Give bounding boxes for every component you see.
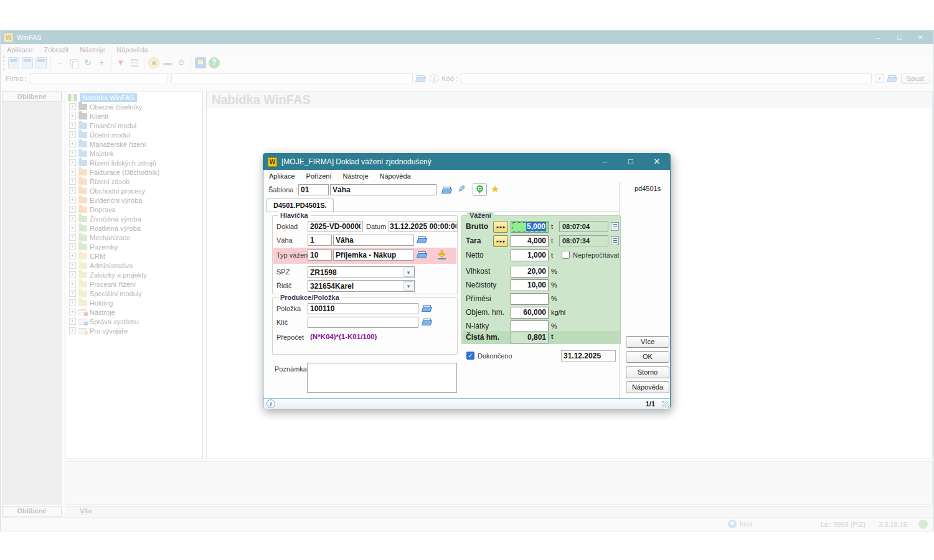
tab-vse[interactable]: Vše bbox=[80, 507, 92, 515]
expand-icon[interactable]: + bbox=[69, 150, 76, 157]
tree-item[interactable]: +Finanční modul bbox=[65, 121, 202, 130]
ok-button[interactable]: OK bbox=[626, 351, 669, 363]
refresh-icon[interactable]: ↻ bbox=[82, 57, 93, 68]
close-icon[interactable]: ✕ bbox=[910, 30, 931, 44]
spz-combobox[interactable]: ZR1598 ▾ bbox=[308, 266, 415, 278]
expand-icon[interactable]: + bbox=[69, 271, 76, 278]
expand-icon[interactable]: + bbox=[69, 225, 76, 231]
import-download-icon[interactable] bbox=[436, 249, 447, 263]
tree-item[interactable]: +Rostlinná výroba bbox=[65, 223, 202, 233]
storno-button[interactable]: Storno bbox=[626, 366, 669, 378]
minus-icon[interactable]: ▬ bbox=[162, 57, 173, 68]
tree-item[interactable]: +Administrativa bbox=[65, 261, 202, 270]
polozka-input[interactable] bbox=[308, 303, 418, 314]
typ-vazeni-name-input[interactable] bbox=[333, 250, 414, 261]
report-icon[interactable] bbox=[611, 236, 619, 245]
expand-icon[interactable]: + bbox=[69, 187, 76, 194]
folder-open-icon[interactable] bbox=[417, 236, 428, 244]
maximize-icon[interactable]: □ bbox=[889, 30, 910, 44]
expand-icon[interactable]: + bbox=[69, 169, 76, 175]
copy-icon[interactable] bbox=[68, 57, 80, 68]
report-icon[interactable] bbox=[611, 222, 619, 231]
brutto-field[interactable]: 5,000 bbox=[511, 221, 549, 233]
tree-item[interactable]: +Správa systému bbox=[65, 317, 202, 326]
menu-aplikace[interactable]: Aplikace bbox=[269, 172, 295, 180]
expand-icon[interactable]: + bbox=[69, 262, 76, 269]
maximize-icon[interactable]: □ bbox=[618, 154, 644, 170]
close-icon[interactable]: ✕ bbox=[644, 154, 670, 170]
info-icon[interactable]: i bbox=[430, 74, 438, 83]
menu-aplikace[interactable]: Aplikace bbox=[7, 46, 33, 54]
folder-open-icon[interactable] bbox=[442, 186, 453, 194]
window-layout-icon[interactable] bbox=[22, 57, 33, 68]
tree-root[interactable]: Nabídka WinFAS bbox=[65, 93, 202, 102]
settings-gear-icon[interactable]: ⚙ bbox=[176, 57, 187, 68]
minimize-icon[interactable]: – bbox=[867, 30, 889, 44]
dokonceno-checkbox[interactable]: ✓ bbox=[466, 352, 474, 360]
tree-item[interactable]: +Obchodní procesy bbox=[65, 186, 202, 195]
tree-item[interactable]: +Procesní řízení bbox=[65, 279, 202, 289]
klic-input[interactable] bbox=[308, 317, 418, 328]
ridic-combobox[interactable]: 321654Karel ▾ bbox=[308, 280, 415, 292]
sablona-name-input[interactable] bbox=[330, 184, 436, 195]
filter-icon[interactable]: ▼ bbox=[115, 57, 126, 68]
tree-item[interactable]: +Řízení lidských zdrojů bbox=[65, 158, 202, 167]
menu-nastroje[interactable]: Nástroje bbox=[80, 46, 105, 54]
expand-icon[interactable]: + bbox=[69, 131, 76, 138]
minimize-icon[interactable]: – bbox=[592, 154, 618, 170]
primesi-field[interactable] bbox=[511, 293, 549, 305]
expand-icon[interactable]: + bbox=[69, 253, 76, 259]
menu-napoveda[interactable]: Nápověda bbox=[380, 172, 411, 180]
poznamka-textarea[interactable] bbox=[307, 363, 457, 393]
spust-button[interactable]: Spusť bbox=[901, 73, 930, 84]
expand-icon[interactable]: + bbox=[69, 309, 76, 315]
pin-button[interactable] bbox=[473, 183, 487, 196]
grid-icon[interactable] bbox=[129, 57, 140, 68]
tab-favorites[interactable]: Oblíbené bbox=[2, 506, 62, 516]
tree-item[interactable]: +Doprava bbox=[65, 205, 202, 214]
pencil-icon[interactable]: ✎ bbox=[458, 184, 466, 195]
favorites-header[interactable]: Oblíbené bbox=[2, 91, 62, 102]
doklad-input[interactable] bbox=[308, 221, 363, 231]
kod-input[interactable] bbox=[461, 73, 872, 83]
expand-icon[interactable]: + bbox=[69, 206, 76, 213]
tree-item[interactable]: +Řízení zásob bbox=[65, 177, 202, 186]
neprepocitavat-checkbox[interactable] bbox=[562, 251, 570, 259]
user-icon[interactable] bbox=[148, 57, 159, 68]
typ-vazeni-code-input[interactable] bbox=[308, 250, 332, 261]
tree-item[interactable]: +Zakázky a projekty bbox=[65, 270, 202, 279]
dokonceno-date-input[interactable] bbox=[561, 350, 616, 362]
tree-item[interactable]: +Speciální moduly bbox=[65, 289, 202, 298]
expand-icon[interactable]: + bbox=[69, 243, 76, 250]
vaha-name-input[interactable] bbox=[333, 235, 414, 246]
menu-napoveda[interactable]: Nápověda bbox=[116, 46, 148, 54]
dialog-titlebar[interactable]: W [MOJE_FIRMA] Doklad vážení zjednodušen… bbox=[263, 154, 670, 170]
monitor-icon[interactable] bbox=[195, 57, 206, 68]
expand-icon[interactable]: + bbox=[69, 122, 76, 129]
tree-item[interactable]: +Pozemky bbox=[65, 242, 202, 251]
firma-name-input[interactable] bbox=[171, 73, 413, 83]
help-icon[interactable]: ? bbox=[209, 57, 220, 68]
vaha-code-input[interactable] bbox=[308, 235, 332, 246]
chevron-down-icon[interactable]: ▾ bbox=[875, 74, 884, 83]
tree-item[interactable]: +Evidenční výroba bbox=[65, 195, 202, 205]
tree-item[interactable]: +Majetek bbox=[65, 149, 202, 158]
info-icon[interactable]: i bbox=[267, 399, 275, 408]
expand-icon[interactable]: + bbox=[69, 215, 76, 222]
window-layout-icon[interactable] bbox=[8, 57, 19, 68]
expand-icon[interactable]: + bbox=[69, 299, 76, 306]
tree-item[interactable]: +Účetní modul bbox=[65, 130, 202, 139]
tree-item[interactable]: +Manažerské řízení bbox=[65, 139, 202, 149]
expand-icon[interactable]: + bbox=[69, 234, 76, 241]
expand-icon[interactable]: + bbox=[69, 327, 76, 334]
firma-code-input[interactable] bbox=[30, 73, 168, 83]
netto-field[interactable]: 1,000 bbox=[511, 250, 549, 261]
expand-icon[interactable]: + bbox=[69, 197, 76, 203]
tree-item[interactable]: +Holding bbox=[65, 298, 202, 307]
expand-icon[interactable]: + bbox=[69, 159, 76, 166]
datum-input[interactable] bbox=[389, 221, 458, 231]
sablona-code-input[interactable] bbox=[298, 184, 329, 195]
folder-open-icon[interactable] bbox=[887, 75, 898, 83]
tree-item[interactable]: +Fakturace (Obchodník) bbox=[65, 167, 202, 177]
back-icon[interactable]: ← bbox=[55, 57, 66, 68]
